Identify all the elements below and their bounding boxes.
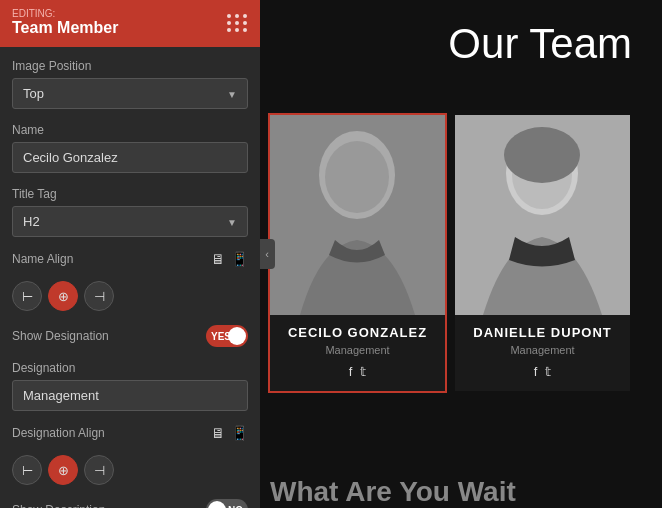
desktop-icon[interactable]: 🖥 <box>211 251 225 267</box>
team-card-danielle[interactable]: DANIELLE DUPONT Management f 𝕥 <box>455 115 630 391</box>
svg-point-6 <box>504 127 580 183</box>
editing-label: EDITING: <box>12 8 118 19</box>
right-panel: Our Team ‹ CECILO GONZALEZ Manageme <box>260 0 662 508</box>
team-card-cecilo-social: f 𝕥 <box>270 364 445 379</box>
toggle-no-label: NO <box>228 505 243 509</box>
danielle-twitter-icon[interactable]: 𝕥 <box>545 364 551 379</box>
designation-device-icons: 🖥 📱 <box>211 425 248 441</box>
our-team-title: Our Team <box>448 20 632 68</box>
name-group: Name <box>12 123 248 173</box>
name-align-buttons: ⊢ ⊕ ⊣ <box>12 281 248 311</box>
show-designation-row: Show Designation YES <box>12 325 248 347</box>
designation-align-center-button[interactable]: ⊕ <box>48 455 78 485</box>
description-toggle-knob <box>208 501 226 508</box>
title-tag-label: Title Tag <box>12 187 248 201</box>
title-tag-group: Title Tag H1 H2 H3 H4 ▼ <box>12 187 248 237</box>
left-panel: EDITING: Team Member Image Position Top … <box>0 0 260 508</box>
team-card-danielle-image <box>455 115 630 315</box>
designation-align-row: Designation Align 🖥 📱 <box>12 425 248 441</box>
designation-desktop-icon[interactable]: 🖥 <box>211 425 225 441</box>
name-align-right-button[interactable]: ⊣ <box>84 281 114 311</box>
team-card-cecilo-name: CECILO GONZALEZ <box>270 325 445 340</box>
team-card-danielle-designation: Management <box>455 344 630 356</box>
panel-body: Image Position Top Left Right Bottom ▼ N… <box>0 47 260 508</box>
show-designation-label: Show Designation <box>12 329 206 343</box>
bottom-text: What Are You Wait <box>270 476 516 508</box>
panel-header: EDITING: Team Member <box>0 0 260 47</box>
name-align-left-button[interactable]: ⊢ <box>12 281 42 311</box>
name-align-center-button[interactable]: ⊕ <box>48 281 78 311</box>
device-icons: 🖥 📱 <box>211 251 248 267</box>
title-tag-select[interactable]: H1 H2 H3 H4 <box>13 207 247 236</box>
image-position-select-wrapper: Top Left Right Bottom ▼ <box>12 78 248 109</box>
designation-align-buttons: ⊢ ⊕ ⊣ <box>12 455 248 485</box>
team-card-cecilo[interactable]: CECILO GONZALEZ Management f 𝕥 <box>270 115 445 391</box>
dots-grid-icon[interactable] <box>227 14 248 32</box>
designation-input[interactable] <box>12 380 248 411</box>
panel-header-text: EDITING: Team Member <box>12 8 118 37</box>
name-align-label: Name Align <box>12 252 203 266</box>
show-description-row: Show Description NO <box>12 499 248 508</box>
image-position-select[interactable]: Top Left Right Bottom <box>13 79 247 108</box>
name-align-row: Name Align 🖥 📱 <box>12 251 248 267</box>
toggle-knob <box>228 327 246 345</box>
designation-align-left-button[interactable]: ⊢ <box>12 455 42 485</box>
mobile-icon[interactable]: 📱 <box>231 251 248 267</box>
show-description-label: Show Description <box>12 503 206 508</box>
team-card-cecilo-image <box>270 115 445 315</box>
widget-title: Team Member <box>12 19 118 37</box>
facebook-icon[interactable]: f <box>349 364 353 379</box>
designation-align-right-button[interactable]: ⊣ <box>84 455 114 485</box>
show-description-toggle[interactable]: NO <box>206 499 248 508</box>
image-position-label: Image Position <box>12 59 248 73</box>
collapse-panel-button[interactable]: ‹ <box>260 239 275 269</box>
team-card-danielle-social: f 𝕥 <box>455 364 630 379</box>
designation-label: Designation <box>12 361 248 375</box>
designation-mobile-icon[interactable]: 📱 <box>231 425 248 441</box>
designation-align-label: Designation Align <box>12 426 203 440</box>
designation-group: Designation <box>12 361 248 411</box>
title-tag-select-wrapper: H1 H2 H3 H4 ▼ <box>12 206 248 237</box>
name-label: Name <box>12 123 248 137</box>
show-designation-toggle[interactable]: YES <box>206 325 248 347</box>
team-card-cecilo-designation: Management <box>270 344 445 356</box>
image-position-group: Image Position Top Left Right Bottom ▼ <box>12 59 248 109</box>
team-cards-container: CECILO GONZALEZ Management f 𝕥 <box>270 115 630 391</box>
twitter-icon[interactable]: 𝕥 <box>360 364 366 379</box>
name-input[interactable] <box>12 142 248 173</box>
team-card-danielle-name: DANIELLE DUPONT <box>455 325 630 340</box>
danielle-facebook-icon[interactable]: f <box>534 364 538 379</box>
svg-point-2 <box>325 141 389 213</box>
